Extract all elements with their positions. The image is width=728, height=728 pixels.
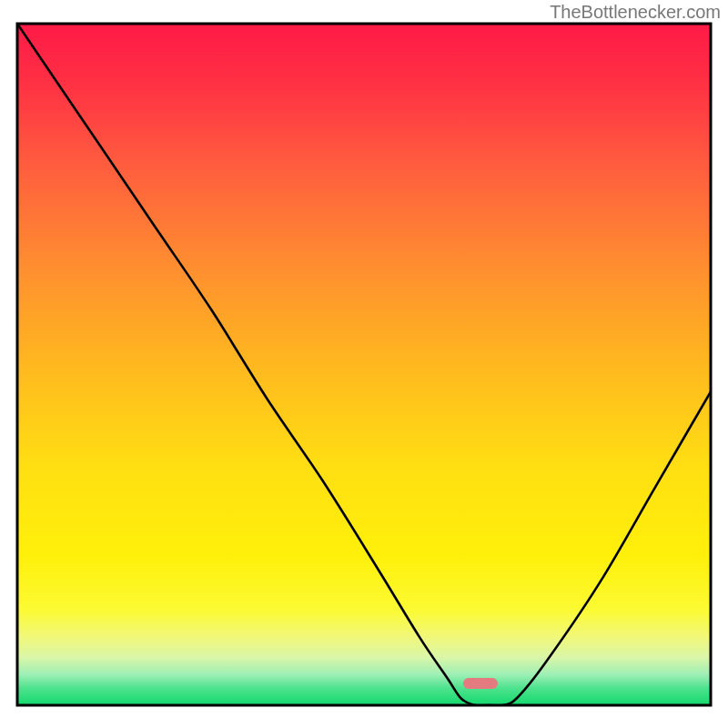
chart-canvas [0,0,728,728]
bottleneck-chart: TheBottlenecker.com [0,0,728,728]
optimum-marker [463,678,498,689]
plot-background [17,24,711,705]
